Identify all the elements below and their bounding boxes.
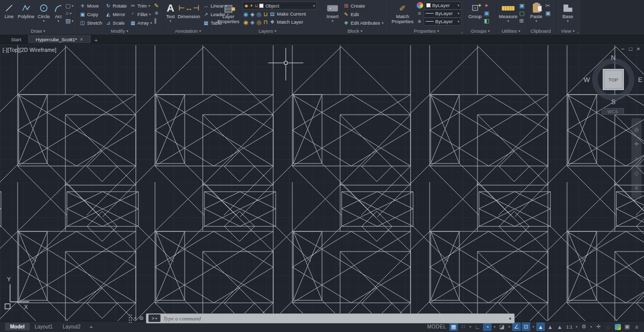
properties-panel-title[interactable]: Properties ▾: [388, 27, 464, 35]
color-chevron-icon[interactable]: ▾: [457, 4, 459, 7]
view-launcher-icon[interactable]: ⌟: [577, 29, 579, 34]
edit-attributes-button[interactable]: ❖Edit Attributes▾: [342, 19, 384, 27]
layer-on-icon[interactable]: ◉: [245, 4, 248, 8]
orbit-icon[interactable]: ◇: [634, 170, 638, 177]
draw-panel-title[interactable]: Draw ▾: [0, 27, 76, 35]
edit-attributes-flyout-icon[interactable]: ▾: [382, 21, 384, 25]
close-icon[interactable]: ×: [637, 46, 640, 52]
linetype-dropdown[interactable]: ByLayer ▾: [424, 10, 461, 18]
command-input-bar[interactable]: > ▾ Type a command ▲: [146, 313, 515, 323]
drawing-canvas[interactable]: Y X [-][Top][2D Wireframe] − □ × N S W E…: [0, 44, 644, 321]
ungroup-icon[interactable]: ✦: [484, 3, 489, 9]
layout1-tab[interactable]: Layout1: [30, 323, 58, 330]
pan-icon[interactable]: ✛: [634, 141, 638, 147]
viewcube-south[interactable]: S: [611, 98, 616, 106]
layer-dropdown[interactable]: ◉ ☀ ⊔ Object ▾: [243, 2, 317, 10]
model-tab[interactable]: Model: [5, 323, 30, 330]
match-layer-button[interactable]: Match Layer: [277, 19, 303, 25]
layer-dropdown-chevron-icon[interactable]: ▾: [313, 4, 315, 8]
calculator-icon[interactable]: ⊞: [519, 18, 524, 24]
osnap-flyout[interactable]: ▾: [531, 322, 535, 331]
polyline-button[interactable]: Polyline: [17, 2, 35, 20]
viewcube-east[interactable]: E: [638, 76, 642, 84]
layer-on-icon[interactable]: ◎: [257, 19, 262, 25]
minimize-icon[interactable]: −: [621, 46, 624, 52]
linetype-chevron-icon[interactable]: ▾: [457, 12, 459, 15]
copy-clip-icon[interactable]: ▣: [545, 10, 550, 16]
group-select-icon[interactable]: ◧: [484, 18, 489, 24]
offset-icon[interactable]: ∥: [154, 18, 158, 24]
layer-freeze-icon[interactable]: ◈: [251, 11, 255, 17]
text-flyout-icon[interactable]: ▾: [170, 19, 172, 23]
paste-flyout-icon[interactable]: ▾: [535, 19, 537, 23]
paste-button[interactable]: Paste ▾: [528, 2, 544, 23]
line-button[interactable]: Line: [2, 2, 16, 20]
modify-panel-title[interactable]: Modify ▾: [76, 27, 163, 35]
command-input-placeholder[interactable]: Type a command: [164, 315, 505, 321]
model-space-badge[interactable]: MODEL: [427, 324, 446, 329]
viewcube-north[interactable]: N: [611, 54, 615, 61]
command-line[interactable]: × ⚙ > ▾ Type a command ▲: [128, 312, 515, 324]
rectangle-tool-icon-flyout[interactable]: ▾: [71, 4, 73, 8]
navigation-bar[interactable]: ◎ ✛ ○ ◇ ≡: [631, 118, 641, 199]
wcs-dropdown[interactable]: WCS: [602, 108, 624, 115]
viewcube-top-face[interactable]: TOP: [603, 69, 624, 90]
block-edit-button[interactable]: ✎Edit: [342, 10, 384, 18]
annotation-panel-title[interactable]: Annotation ▾: [163, 27, 213, 35]
new-drawing-tab-button[interactable]: +: [91, 37, 102, 43]
erase-icon[interactable]: ✎: [154, 3, 158, 9]
trim-button[interactable]: ✂Trim▾: [129, 2, 153, 10]
tab-active-drawing[interactable]: Hypercube_Scott1* ×: [28, 35, 91, 43]
arc-flyout-icon[interactable]: ▾: [57, 19, 59, 23]
group-button[interactable]: ⊡✦ Group: [467, 2, 483, 20]
rotate-button[interactable]: ↻Rotate: [104, 2, 128, 10]
scale-flyout[interactable]: ▾: [575, 322, 579, 331]
base-flyout-icon[interactable]: ▾: [567, 19, 569, 23]
layers-panel-title[interactable]: Layers ▾: [213, 27, 321, 35]
group-edit-icon[interactable]: ▣: [484, 10, 489, 16]
command-prompt-icon[interactable]: > ▾: [148, 314, 160, 322]
move-button[interactable]: ✛Move: [78, 2, 103, 10]
hatch-tool-icon[interactable]: ▨▾: [65, 18, 73, 24]
layer-unlock-icon[interactable]: ⊓: [264, 19, 268, 25]
workspace-switching[interactable]: ⚙: [580, 322, 588, 331]
crosshair-toggle[interactable]: ✛: [594, 322, 603, 331]
zoom-icon[interactable]: ○: [635, 155, 638, 161]
lineweight-chevron-icon[interactable]: ▾: [457, 20, 459, 23]
scale-button[interactable]: ⊿Scale: [104, 19, 128, 27]
arc-button[interactable]: Arc ▾: [52, 2, 64, 23]
make-current-button[interactable]: Make Current: [277, 11, 306, 17]
viewport-controls[interactable]: [-][Top][2D Wireframe]: [3, 47, 56, 53]
layer-properties-button[interactable]: ▤▦ Layer Properties: [215, 2, 242, 25]
graphics-performance[interactable]: [613, 322, 622, 331]
trim-flyout-icon[interactable]: ▾: [148, 4, 150, 8]
command-close-icon[interactable]: ×: [134, 315, 137, 321]
ellipse-tool-icon-flyout[interactable]: ▾: [70, 12, 72, 15]
utilities-panel-title[interactable]: Utilities ▾: [496, 27, 526, 35]
block-panel-title[interactable]: Block ▾: [322, 27, 388, 35]
layer-thaw-icon[interactable]: ◈: [251, 19, 255, 25]
layer-unlock-icon[interactable]: ⊔: [255, 4, 258, 8]
array-flyout-icon[interactable]: ▾: [150, 21, 152, 25]
command-line-grip[interactable]: [128, 314, 132, 323]
circle-button[interactable]: Circle ▾: [36, 2, 51, 23]
match-properties-button[interactable]: ✐ Match Properties: [390, 2, 415, 25]
annotation-scale-icon[interactable]: ▲: [555, 322, 564, 331]
mirror-button[interactable]: ◭Mirror: [104, 10, 128, 18]
layer-color-swatch[interactable]: [259, 4, 264, 8]
fillet-button[interactable]: ◜Fillet▾: [129, 10, 153, 18]
block-create-button[interactable]: ⊞Create: [342, 2, 384, 10]
clipboard-panel-title[interactable]: Clipboard: [526, 27, 555, 35]
customization-menu[interactable]: ≡: [632, 322, 641, 331]
command-history-up-icon[interactable]: ▲: [508, 316, 512, 320]
hatch-tool-icon-flyout[interactable]: ▾: [71, 19, 73, 23]
insert-button[interactable]: Insert ▾: [324, 2, 341, 23]
text-button[interactable]: A Text ▾: [165, 2, 176, 23]
quick-select-icon[interactable]: ▣: [519, 3, 524, 9]
copy-button[interactable]: ▣Copy: [78, 10, 103, 18]
layer-off-icon[interactable]: ◎: [257, 11, 262, 17]
isolate-objects[interactable]: ◌: [604, 322, 612, 331]
annotation-autoscale[interactable]: ▲: [546, 322, 554, 331]
insert-flyout-icon[interactable]: ▾: [332, 19, 334, 23]
navbar-menu-icon[interactable]: ≡: [635, 185, 638, 191]
